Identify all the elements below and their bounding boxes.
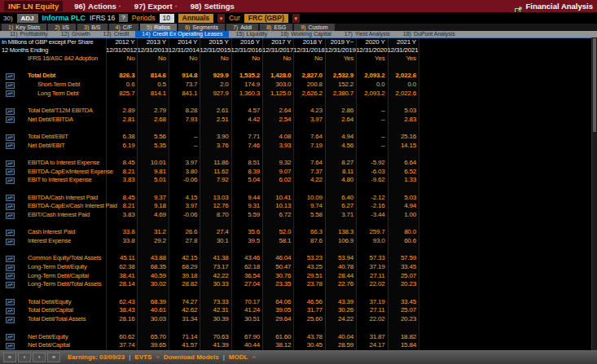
subtab-growth[interactable]: 12)Growth: [55, 31, 97, 37]
tab-i-s[interactable]: 2)I/S: [48, 24, 76, 31]
tab-b-s[interactable]: 3)B/S: [77, 24, 108, 31]
chart-icon[interactable]: [6, 116, 15, 123]
value-cell: 29.2: [137, 237, 168, 246]
row-label[interactable]: EBITDA-CapEx/Interest Expense: [0, 168, 106, 177]
value-cell: 12.76: [200, 202, 230, 211]
chart-icon[interactable]: [6, 334, 15, 340]
subtab-dupont-analysis[interactable]: 18)DuPont Analysis: [397, 31, 462, 37]
subtab-credit[interactable]: 13)Credit: [97, 31, 136, 37]
row-label[interactable]: EBITDA/Cash Interest Paid: [0, 194, 106, 203]
row-label[interactable]: Net Debt/Capital: [0, 341, 106, 350]
nav-button-2[interactable]: ›: [33, 353, 46, 362]
footer-download-models[interactable]: Download Models: [164, 353, 219, 361]
row-label[interactable]: EBITDA-CapEx/Cash Interest Paid: [0, 202, 106, 211]
help-button[interactable]: ?: [119, 14, 127, 22]
row-label[interactable]: Net Debt/EBIT: [0, 142, 106, 151]
value-cell: 23.78: [293, 280, 324, 289]
nav-button-3[interactable]: »: [47, 353, 60, 362]
row-label[interactable]: Long-Term Debt/Equity: [0, 263, 106, 272]
tab-key-stats[interactable]: 1)Key Stats: [2, 24, 46, 31]
chart-icon[interactable]: [6, 308, 15, 314]
launch-window-icon[interactable]: [515, 2, 522, 10]
tab-custom[interactable]: 9)Custom: [294, 24, 334, 31]
row-label[interactable]: Cash Interest Paid: [0, 228, 106, 237]
value-cell: 6.19: [106, 142, 137, 151]
menu-actions[interactable]: 96)Actions·: [74, 2, 121, 11]
row-label[interactable]: Net Debt/Equity: [0, 333, 106, 342]
vertical-scrollbar[interactable]: [591, 37, 597, 350]
chart-icon[interactable]: [6, 134, 15, 141]
subtab-profitability[interactable]: 11)Profitability: [3, 31, 55, 37]
row-label[interactable]: Net Debt/EBITDA: [0, 116, 106, 125]
tab-ratios[interactable]: 5)Ratios: [140, 24, 177, 31]
row-label[interactable]: Short-Term Debt: [0, 81, 106, 90]
period-type-chevron-down-icon[interactable]: ▾: [217, 14, 225, 23]
row-label[interactable]: EBIT to Interest Expense: [0, 176, 106, 185]
row-label[interactable]: Total Debt/Total Assets: [0, 315, 106, 324]
chart-icon[interactable]: [6, 273, 15, 279]
row-label[interactable]: EBITDA to Interest Expense: [0, 159, 106, 168]
chart-icon[interactable]: [6, 73, 15, 80]
footer-evts[interactable]: EVTS: [134, 353, 151, 361]
chart-icon[interactable]: [6, 256, 15, 262]
chart-icon[interactable]: [6, 204, 15, 210]
chart-icon[interactable]: [6, 230, 15, 236]
chart-icon[interactable]: [6, 299, 15, 305]
chart-icon[interactable]: [6, 239, 15, 245]
row-label[interactable]: Interest Expense: [0, 237, 106, 246]
value-cell: 53.23: [293, 254, 324, 263]
subtab-working-capital[interactable]: 16)Working Capital: [274, 31, 337, 37]
value-cell: 25.07: [388, 306, 419, 315]
row-label[interactable]: EBIT/Cash Interest Paid: [0, 211, 106, 220]
security-ticker[interactable]: INF LN Equity: [4, 1, 63, 11]
subtab-liquidity[interactable]: 15)Liquidity: [229, 31, 274, 37]
row-label[interactable]: Total Debt/EBIT: [0, 133, 106, 142]
row-label[interactable]: Total Debt: [0, 72, 106, 81]
nav-button-1[interactable]: ‹: [18, 353, 31, 362]
row-label[interactable]: Total Debt/T12M EBITDA: [0, 107, 106, 116]
chart-icon[interactable]: [6, 265, 15, 271]
menu-settings[interactable]: 98)Settings: [191, 2, 235, 11]
chart-icon[interactable]: [6, 108, 15, 115]
subtab-yield-analysis[interactable]: 17)Yield Analysis: [338, 31, 397, 37]
menu-export[interactable]: 97)Export·: [134, 2, 178, 11]
row-label[interactable]: IFRS 16/ASC 842 Adoption: [0, 55, 106, 64]
chart-icon[interactable]: [6, 195, 15, 201]
row-label[interactable]: Long Term Debt: [0, 90, 106, 99]
period-type-dropdown[interactable]: Annuals: [178, 14, 214, 23]
value-cell: 27.11: [356, 306, 387, 315]
row-label[interactable]: Long-Term Debt/Capital: [0, 272, 106, 281]
nav-button-0[interactable]: «: [3, 353, 16, 362]
chart-icon[interactable]: [6, 343, 15, 349]
tab-esg[interactable]: 8)ESG: [260, 24, 292, 31]
value-cell: 20.23: [388, 280, 419, 289]
scrollbar-thumb[interactable]: [593, 38, 596, 132]
row-spacer: [0, 220, 597, 229]
subtab-credit-ex-operating-leases[interactable]: 14)Credit Ex Operating Leases: [135, 31, 229, 37]
value-cell: 37.19: [356, 298, 387, 307]
value-cell: 68.35: [137, 263, 168, 272]
value-cell: 42.15: [169, 254, 200, 263]
chart-icon[interactable]: [6, 169, 15, 175]
tab-addl[interactable]: 7)Addl: [226, 24, 258, 31]
chart-icon[interactable]: [6, 213, 15, 219]
periods-input[interactable]: 10: [160, 14, 174, 23]
row-label[interactable]: Long-Term Debt/Total Assets: [0, 280, 106, 289]
chart-icon[interactable]: [6, 82, 15, 89]
chart-icon[interactable]: [6, 317, 15, 323]
adj-button[interactable]: ADJ: [17, 14, 38, 23]
row-label[interactable]: Total Debt/Equity: [0, 298, 106, 307]
value-cell: 7.46: [231, 142, 262, 151]
footer-modl[interactable]: MODL: [229, 353, 248, 361]
row-label[interactable]: Common Equity/Total Assets: [0, 254, 106, 263]
chart-icon[interactable]: [6, 143, 15, 149]
tab-segments[interactable]: 6)Segments: [178, 24, 225, 31]
chart-icon[interactable]: [6, 282, 15, 288]
tab-c-f[interactable]: 4)C/F: [109, 24, 139, 31]
chart-icon[interactable]: [6, 160, 15, 167]
chart-icon[interactable]: [6, 90, 15, 97]
row-label[interactable]: Total Debt/Capital: [0, 306, 106, 315]
currency-dropdown[interactable]: FRC (GBP): [244, 14, 288, 23]
currency-chevron-down-icon[interactable]: ▾: [292, 14, 300, 23]
chart-icon[interactable]: [6, 178, 15, 184]
